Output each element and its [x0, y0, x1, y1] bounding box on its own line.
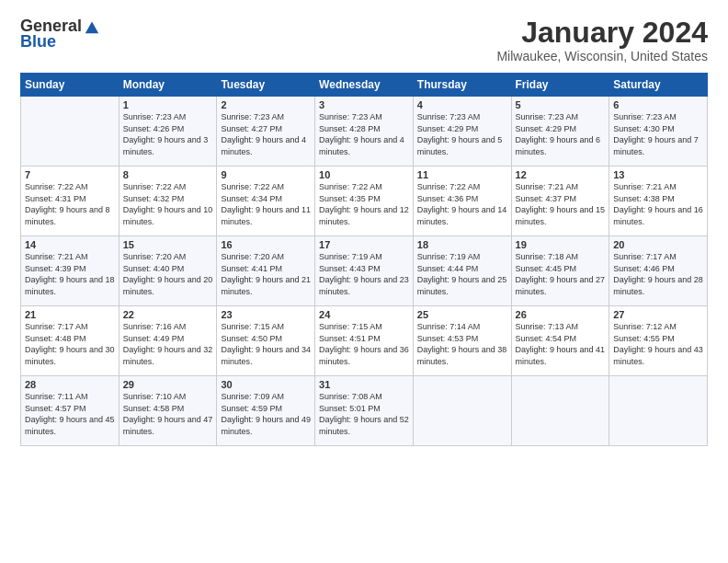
calendar-body: 1Sunrise: 7:23 AMSunset: 4:26 PMDaylight…	[21, 97, 708, 446]
day-number: 9	[221, 169, 311, 180]
day-number: 7	[25, 169, 115, 180]
day-number: 19	[516, 239, 606, 250]
logo-blue-text: Blue	[20, 32, 56, 52]
cell-info: Sunrise: 7:19 AMSunset: 4:43 PMDaylight:…	[319, 252, 409, 296]
cell-info: Sunrise: 7:21 AMSunset: 4:38 PMDaylight:…	[613, 182, 703, 226]
calendar-cell: 11Sunrise: 7:22 AMSunset: 4:36 PMDayligh…	[413, 167, 511, 236]
calendar-cell: 20Sunrise: 7:17 AMSunset: 4:46 PMDayligh…	[609, 236, 708, 306]
day-number: 13	[613, 169, 703, 180]
calendar-cell: 21Sunrise: 7:17 AMSunset: 4:48 PMDayligh…	[21, 306, 119, 376]
cell-info: Sunrise: 7:13 AMSunset: 4:54 PMDaylight:…	[516, 322, 606, 366]
calendar-table: SundayMondayTuesdayWednesdayThursdayFrid…	[20, 73, 708, 446]
day-number: 15	[123, 239, 213, 250]
header-cell-friday: Friday	[511, 74, 609, 97]
day-number: 26	[516, 309, 606, 320]
cell-info: Sunrise: 7:16 AMSunset: 4:49 PMDaylight:…	[123, 322, 213, 366]
week-row-5: 28Sunrise: 7:11 AMSunset: 4:57 PMDayligh…	[21, 376, 708, 446]
calendar-cell: 26Sunrise: 7:13 AMSunset: 4:54 PMDayligh…	[511, 306, 609, 376]
calendar-cell: 31Sunrise: 7:08 AMSunset: 5:01 PMDayligh…	[315, 376, 414, 446]
logo: General Blue	[20, 17, 100, 52]
cell-info: Sunrise: 7:21 AMSunset: 4:37 PMDaylight:…	[516, 182, 606, 226]
calendar-cell	[609, 376, 708, 446]
day-number: 21	[25, 309, 115, 320]
header-cell-tuesday: Tuesday	[217, 74, 315, 97]
svg-marker-0	[85, 21, 98, 33]
cell-info: Sunrise: 7:15 AMSunset: 4:50 PMDaylight:…	[221, 322, 311, 366]
calendar-cell	[413, 376, 511, 446]
cell-info: Sunrise: 7:22 AMSunset: 4:31 PMDaylight:…	[25, 182, 110, 226]
header-row: SundayMondayTuesdayWednesdayThursdayFrid…	[21, 74, 708, 97]
day-number: 12	[516, 169, 606, 180]
calendar-cell: 6Sunrise: 7:23 AMSunset: 4:30 PMDaylight…	[609, 97, 708, 167]
location: Milwaukee, Wisconsin, United States	[496, 49, 708, 63]
week-row-2: 7Sunrise: 7:22 AMSunset: 4:31 PMDaylight…	[21, 167, 708, 236]
calendar-cell: 14Sunrise: 7:21 AMSunset: 4:39 PMDayligh…	[21, 236, 119, 306]
day-number: 18	[417, 239, 507, 250]
day-number: 16	[221, 239, 311, 250]
title-block: January 2024 Milwaukee, Wisconsin, Unite…	[496, 17, 708, 63]
calendar-cell	[21, 97, 119, 167]
cell-info: Sunrise: 7:08 AMSunset: 5:01 PMDaylight:…	[319, 392, 409, 436]
cell-info: Sunrise: 7:17 AMSunset: 4:46 PMDaylight:…	[613, 252, 703, 296]
cell-info: Sunrise: 7:22 AMSunset: 4:36 PMDaylight:…	[417, 182, 507, 226]
calendar-cell: 24Sunrise: 7:15 AMSunset: 4:51 PMDayligh…	[315, 306, 414, 376]
calendar-cell: 4Sunrise: 7:23 AMSunset: 4:29 PMDaylight…	[413, 97, 511, 167]
day-number: 24	[319, 309, 409, 320]
calendar-cell: 28Sunrise: 7:11 AMSunset: 4:57 PMDayligh…	[21, 376, 119, 446]
logo-triangle-icon	[84, 18, 100, 35]
month-title: January 2024	[496, 17, 708, 49]
calendar-cell: 1Sunrise: 7:23 AMSunset: 4:26 PMDaylight…	[119, 97, 217, 167]
cell-info: Sunrise: 7:22 AMSunset: 4:32 PMDaylight:…	[123, 182, 213, 226]
day-number: 1	[123, 99, 213, 110]
day-number: 22	[123, 309, 213, 320]
day-number: 17	[319, 239, 409, 250]
calendar-cell: 5Sunrise: 7:23 AMSunset: 4:29 PMDaylight…	[511, 97, 609, 167]
day-number: 14	[25, 239, 115, 250]
day-number: 8	[123, 169, 213, 180]
calendar-cell: 2Sunrise: 7:23 AMSunset: 4:27 PMDaylight…	[217, 97, 315, 167]
cell-info: Sunrise: 7:10 AMSunset: 4:58 PMDaylight:…	[123, 392, 213, 436]
cell-info: Sunrise: 7:23 AMSunset: 4:29 PMDaylight:…	[417, 112, 503, 156]
cell-info: Sunrise: 7:15 AMSunset: 4:51 PMDaylight:…	[319, 322, 409, 366]
calendar-cell: 29Sunrise: 7:10 AMSunset: 4:58 PMDayligh…	[119, 376, 217, 446]
page: General Blue January 2024 Milwaukee, Wis…	[0, 0, 728, 455]
cell-info: Sunrise: 7:23 AMSunset: 4:26 PMDaylight:…	[123, 112, 209, 156]
cell-info: Sunrise: 7:23 AMSunset: 4:28 PMDaylight:…	[319, 112, 404, 156]
day-number: 4	[417, 99, 507, 110]
day-number: 23	[221, 309, 311, 320]
header-cell-sunday: Sunday	[21, 74, 119, 97]
calendar-cell: 13Sunrise: 7:21 AMSunset: 4:38 PMDayligh…	[609, 167, 708, 236]
calendar-cell: 27Sunrise: 7:12 AMSunset: 4:55 PMDayligh…	[609, 306, 708, 376]
calendar-cell: 17Sunrise: 7:19 AMSunset: 4:43 PMDayligh…	[315, 236, 414, 306]
header-cell-saturday: Saturday	[609, 74, 708, 97]
calendar-cell: 23Sunrise: 7:15 AMSunset: 4:50 PMDayligh…	[217, 306, 315, 376]
cell-info: Sunrise: 7:23 AMSunset: 4:30 PMDaylight:…	[613, 112, 699, 156]
cell-info: Sunrise: 7:20 AMSunset: 4:41 PMDaylight:…	[221, 252, 311, 296]
week-row-4: 21Sunrise: 7:17 AMSunset: 4:48 PMDayligh…	[21, 306, 708, 376]
day-number: 31	[319, 379, 409, 390]
cell-info: Sunrise: 7:17 AMSunset: 4:48 PMDaylight:…	[25, 322, 115, 366]
day-number: 28	[25, 379, 115, 390]
day-number: 10	[319, 169, 409, 180]
day-number: 30	[221, 379, 311, 390]
calendar-cell: 15Sunrise: 7:20 AMSunset: 4:40 PMDayligh…	[119, 236, 217, 306]
cell-info: Sunrise: 7:11 AMSunset: 4:57 PMDaylight:…	[25, 392, 115, 436]
calendar-cell: 12Sunrise: 7:21 AMSunset: 4:37 PMDayligh…	[511, 167, 609, 236]
header: General Blue January 2024 Milwaukee, Wis…	[20, 17, 708, 63]
cell-info: Sunrise: 7:22 AMSunset: 4:35 PMDaylight:…	[319, 182, 409, 226]
cell-info: Sunrise: 7:23 AMSunset: 4:27 PMDaylight:…	[221, 112, 306, 156]
calendar-cell: 16Sunrise: 7:20 AMSunset: 4:41 PMDayligh…	[217, 236, 315, 306]
calendar-cell: 7Sunrise: 7:22 AMSunset: 4:31 PMDaylight…	[21, 167, 119, 236]
cell-info: Sunrise: 7:19 AMSunset: 4:44 PMDaylight:…	[417, 252, 507, 296]
day-number: 20	[613, 239, 703, 250]
calendar-cell	[511, 376, 609, 446]
day-number: 3	[319, 99, 409, 110]
week-row-1: 1Sunrise: 7:23 AMSunset: 4:26 PMDaylight…	[21, 97, 708, 167]
cell-info: Sunrise: 7:20 AMSunset: 4:40 PMDaylight:…	[123, 252, 213, 296]
cell-info: Sunrise: 7:23 AMSunset: 4:29 PMDaylight:…	[516, 112, 601, 156]
calendar-cell: 10Sunrise: 7:22 AMSunset: 4:35 PMDayligh…	[315, 167, 414, 236]
day-number: 11	[417, 169, 507, 180]
calendar-cell: 8Sunrise: 7:22 AMSunset: 4:32 PMDaylight…	[119, 167, 217, 236]
day-number: 5	[516, 99, 606, 110]
day-number: 2	[221, 99, 311, 110]
